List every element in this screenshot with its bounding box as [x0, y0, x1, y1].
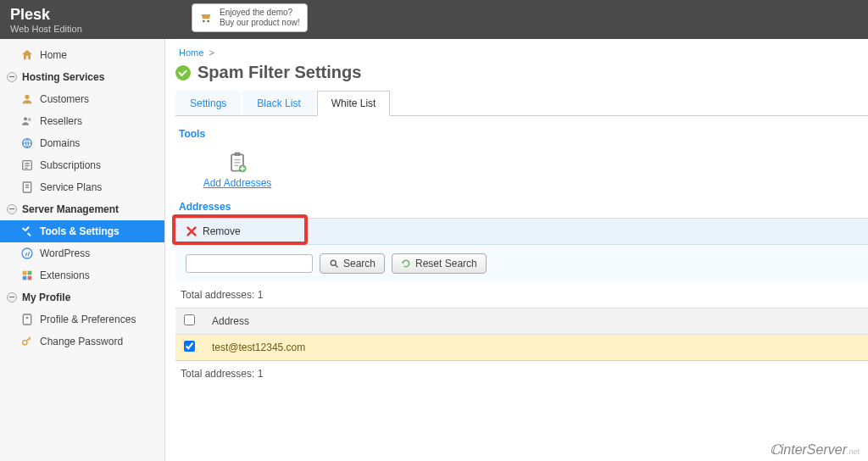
collapse-icon[interactable] [7, 204, 17, 214]
doc-icon [20, 181, 34, 194]
globe-icon [20, 136, 34, 150]
collapse-icon[interactable] [7, 72, 17, 82]
search-icon [329, 258, 339, 269]
svg-rect-10 [23, 271, 27, 275]
sidebar-group-label: Server Management [22, 203, 119, 215]
svg-point-15 [26, 317, 29, 319]
sidebar-item-profile-prefs[interactable]: Profile & Preferences [0, 308, 164, 330]
sidebar-group-server[interactable]: Server Management [0, 198, 164, 220]
sidebar-item-label: Tools & Settings [40, 225, 120, 237]
remove-icon [186, 225, 198, 237]
sidebar-item-label: Resellers [40, 115, 82, 127]
main-content: Home > Spam Filter Settings Settings Bla… [165, 39, 868, 461]
svg-point-3 [24, 117, 27, 120]
breadcrumb: Home > [175, 47, 868, 63]
section-addresses-title: Addresses [179, 201, 868, 213]
addresses-toolbar: Remove [175, 218, 868, 245]
promo-text: Enjoyed the demo? Buy our product now! [220, 8, 300, 28]
search-button[interactable]: Search [320, 253, 385, 274]
tools-icon [20, 225, 34, 238]
reset-search-label: Reset Search [415, 258, 477, 269]
sidebar-item-label: Service Plans [40, 181, 102, 193]
select-all-checkbox[interactable] [184, 314, 195, 325]
sidebar-item-extensions[interactable]: Extensions [0, 264, 164, 286]
tab-settings[interactable]: Settings [175, 91, 241, 115]
sidebar-group-profile[interactable]: My Profile [0, 286, 164, 308]
sidebar-item-label: Change Password [40, 336, 123, 347]
user-icon [20, 92, 34, 106]
remove-button[interactable]: Remove [175, 219, 868, 245]
sidebar-item-service-plans[interactable]: Service Plans [0, 176, 164, 198]
breadcrumb-home[interactable]: Home [179, 47, 203, 58]
svg-point-0 [203, 20, 205, 23]
table-row[interactable]: test@test12345.com [175, 335, 868, 361]
addresses-table: Address test@test12345.com [175, 308, 868, 361]
add-addresses-link[interactable]: Add Addresses [203, 177, 272, 189]
profile-icon [20, 313, 34, 326]
svg-rect-12 [23, 276, 27, 280]
sidebar-item-customers[interactable]: Customers [0, 88, 164, 110]
home-icon [20, 48, 34, 62]
footer-brand: ℂinterServer.net [770, 442, 860, 458]
sidebar-item-label: Profile & Preferences [40, 314, 136, 325]
brand-title: Plesk [10, 6, 82, 24]
search-label: Search [343, 258, 376, 269]
sidebar-group-label: Hosting Services [22, 71, 104, 83]
svg-rect-18 [235, 153, 241, 156]
sidebar-item-wordpress[interactable]: WordPress [0, 242, 164, 264]
sidebar-item-change-password[interactable]: Change Password [0, 330, 164, 353]
sidebar-group-hosting[interactable]: Hosting Services [0, 66, 164, 88]
list-icon [20, 158, 34, 172]
sidebar-item-label: Extensions [40, 269, 90, 281]
key-icon [20, 335, 34, 348]
users-icon [20, 114, 34, 128]
tabs: Settings Black List White List [175, 91, 868, 116]
total-bottom: Total addresses: 1 [175, 361, 868, 386]
sidebar-item-label: WordPress [40, 247, 90, 259]
total-top: Total addresses: 1 [175, 282, 868, 308]
sidebar-item-resellers[interactable]: Resellers [0, 110, 164, 132]
reset-icon [401, 258, 411, 269]
svg-point-4 [28, 118, 31, 121]
svg-rect-8 [25, 226, 30, 231]
promo-line2: Buy our product now! [220, 18, 300, 28]
page-title: Spam Filter Settings [198, 63, 361, 82]
svg-point-20 [331, 260, 336, 265]
page-title-row: Spam Filter Settings [175, 63, 868, 82]
sidebar: Home Hosting Services Customers Reseller… [0, 39, 165, 461]
svg-rect-13 [28, 276, 32, 280]
brand: Plesk Web Host Edition [10, 6, 82, 34]
cart-icon [199, 11, 213, 25]
sidebar-item-label: Customers [40, 93, 89, 105]
sidebar-item-domains[interactable]: Domains [0, 132, 164, 154]
tab-black-list[interactable]: Black List [242, 91, 314, 115]
promo-banner[interactable]: Enjoyed the demo? Buy our product now! [192, 3, 308, 32]
sidebar-item-home[interactable]: Home [0, 44, 164, 66]
search-row: Search Reset Search [175, 245, 868, 282]
svg-point-2 [25, 95, 29, 99]
sidebar-item-label: Domains [40, 137, 80, 149]
add-addresses-button[interactable]: Add Addresses [199, 150, 275, 189]
svg-point-16 [23, 341, 27, 345]
check-icon [175, 65, 191, 81]
row-checkbox[interactable] [184, 341, 195, 352]
collapse-icon[interactable] [7, 292, 17, 303]
brand-subtitle: Web Host Edition [10, 24, 82, 34]
wordpress-icon [20, 247, 34, 260]
col-address[interactable]: Address [203, 308, 868, 335]
svg-point-1 [207, 20, 209, 23]
sidebar-item-subscriptions[interactable]: Subscriptions [0, 154, 164, 176]
sidebar-item-label: Home [40, 49, 67, 61]
reset-search-button[interactable]: Reset Search [392, 253, 487, 274]
sidebar-group-label: My Profile [22, 292, 70, 303]
clipboard-add-icon [225, 150, 249, 174]
svg-rect-11 [28, 271, 32, 275]
sidebar-item-tools-settings[interactable]: Tools & Settings [0, 220, 164, 242]
promo-line1: Enjoyed the demo? [220, 8, 300, 18]
tab-white-list[interactable]: White List [317, 91, 391, 116]
svg-rect-14 [23, 314, 31, 325]
row-address: test@test12345.com [203, 335, 868, 361]
col-checkbox [175, 308, 203, 335]
section-tools-title: Tools [179, 128, 868, 140]
search-input[interactable] [186, 254, 313, 273]
